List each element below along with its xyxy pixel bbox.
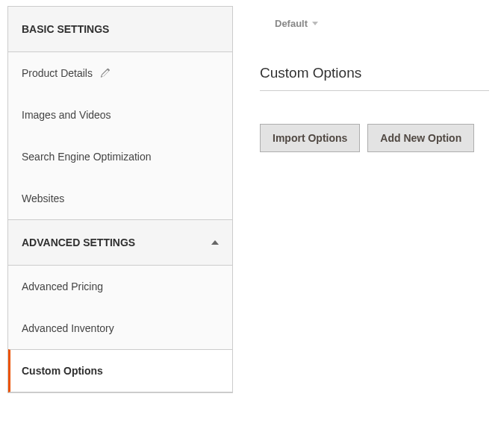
nav-images-videos[interactable]: Images and Videos: [8, 94, 232, 136]
add-new-option-button[interactable]: Add New Option: [367, 124, 474, 152]
scope-switcher[interactable]: Default: [275, 18, 489, 29]
nav-item-label: Advanced Inventory: [22, 322, 114, 334]
nav-advanced-pricing[interactable]: Advanced Pricing: [8, 266, 232, 307]
main-content: Default Custom Options Import Options Ad…: [233, 0, 504, 426]
advanced-settings-panel: ADVANCED SETTINGS Advanced Pricing Advan…: [7, 220, 233, 393]
chevron-up-icon: [211, 240, 219, 245]
nav-item-label: Websites: [22, 192, 64, 204]
nav-item-label: Images and Videos: [22, 109, 111, 121]
advanced-settings-items: Advanced Pricing Advanced Inventory Cust…: [8, 265, 232, 392]
basic-settings-title: BASIC SETTINGS: [22, 23, 109, 35]
nav-product-details[interactable]: Product Details: [8, 52, 232, 94]
settings-sidebar: BASIC SETTINGS Product Details Images an…: [0, 0, 233, 426]
scope-label: Default: [275, 18, 308, 29]
nav-custom-options[interactable]: Custom Options: [8, 349, 232, 392]
nav-seo[interactable]: Search Engine Optimization: [8, 136, 232, 178]
caret-down-icon: [312, 22, 318, 25]
action-buttons: Import Options Add New Option: [260, 124, 489, 152]
advanced-settings-header[interactable]: ADVANCED SETTINGS: [8, 220, 232, 265]
nav-websites[interactable]: Websites: [8, 178, 232, 219]
nav-item-label: Search Engine Optimization: [22, 151, 152, 163]
basic-settings-header[interactable]: BASIC SETTINGS: [8, 7, 232, 51]
import-options-button[interactable]: Import Options: [260, 124, 360, 152]
basic-settings-panel: BASIC SETTINGS Product Details Images an…: [7, 6, 233, 220]
nav-item-label: Custom Options: [22, 365, 103, 377]
pencil-icon: [100, 68, 111, 78]
page-title: Custom Options: [260, 65, 489, 91]
nav-item-label: Advanced Pricing: [22, 281, 103, 292]
advanced-settings-title: ADVANCED SETTINGS: [22, 237, 135, 248]
nav-item-label: Product Details: [22, 67, 93, 79]
basic-settings-items: Product Details Images and Videos Search…: [8, 51, 232, 219]
nav-advanced-inventory[interactable]: Advanced Inventory: [8, 307, 232, 349]
